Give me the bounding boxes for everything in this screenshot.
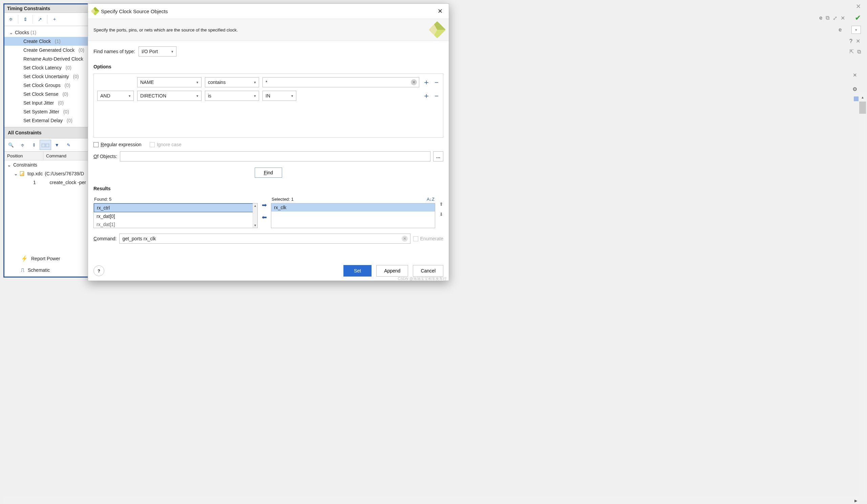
regex-checkbox[interactable]: Regular expression: [94, 142, 141, 147]
logic-select[interactable]: AND▾: [97, 91, 134, 101]
add-row-button[interactable]: ＋: [422, 91, 429, 101]
tree-item-rename-auto-derived[interactable]: Rename Auto-Derived Clock: [4, 55, 89, 63]
scroll-right-icon[interactable]: ▶: [853, 497, 859, 504]
ignore-case-checkbox: Ignore case: [150, 142, 182, 147]
gear-icon[interactable]: ⚙: [853, 86, 857, 92]
horizontal-scrollbar[interactable]: ▶: [4, 497, 859, 504]
browse-button[interactable]: …: [433, 151, 443, 162]
export-icon[interactable]: ⇱: [849, 48, 854, 55]
scroll-down-icon[interactable]: ▼: [253, 223, 257, 228]
scroll-thumb[interactable]: [859, 101, 866, 114]
selected-list[interactable]: rx_clk: [271, 203, 435, 228]
found-label: Found: 5: [94, 195, 258, 203]
col-position[interactable]: Position: [4, 152, 43, 160]
constraint-command: create_clock -per: [50, 180, 86, 185]
move-up-button[interactable]: ⬆: [439, 201, 443, 207]
group-button[interactable]: ⬚⬚: [40, 140, 51, 150]
field-select[interactable]: NAME▾: [137, 77, 202, 87]
close-button[interactable]: ✕: [435, 7, 445, 16]
tree-item-set-clock-groups[interactable]: Set Clock Groups (0): [4, 81, 89, 90]
scroll-up-icon[interactable]: ▲: [253, 204, 257, 208]
clear-icon[interactable]: ✕: [402, 235, 408, 242]
append-button[interactable]: Append: [376, 265, 408, 276]
tree-item-set-clock-uncertainty[interactable]: Set Clock Uncertainty (0): [4, 72, 89, 81]
remove-row-button[interactable]: －: [433, 91, 440, 101]
tree-item-create-generated-clock[interactable]: Create Generated Clock (0): [4, 46, 89, 55]
expand-button[interactable]: ⇕: [28, 140, 40, 150]
selected-label: Selected: 1: [271, 197, 293, 202]
link-label: Report Power: [31, 256, 60, 261]
operator-select[interactable]: contains▾: [205, 77, 259, 87]
search-button[interactable]: 🔍: [5, 140, 17, 150]
add-row-button[interactable]: ＋: [422, 77, 429, 87]
move-left-button[interactable]: ⬅: [262, 213, 267, 221]
sort-button[interactable]: A↓Z: [427, 197, 435, 202]
move-down-button[interactable]: ⬇: [439, 211, 443, 217]
filter-button[interactable]: ▼: [51, 140, 63, 150]
found-column: Found: 5 rx_ctrl rx_dat[0] rx_dat[1] ▲ ▼: [94, 195, 258, 228]
vertical-scrollbar[interactable]: ▲: [859, 94, 866, 498]
constraints-root[interactable]: ⌄ Constraints: [4, 161, 89, 169]
tree-label: Set System Jitter: [23, 109, 59, 114]
add-button[interactable]: ＋: [49, 14, 60, 24]
close-icon[interactable]: ✕: [856, 38, 860, 44]
xdc-file-row[interactable]: ⌄ top.xdc (C:/Users/76739/D: [4, 169, 89, 178]
left-toolbar: ≑ ⇕ ↗ ＋: [4, 13, 89, 26]
constraints-grid-header: Position Command: [4, 152, 89, 161]
command-input-wrap: get_ports rx_clk ✕: [119, 233, 410, 244]
select-value: is: [208, 93, 211, 99]
scroll-up-icon[interactable]: ▲: [859, 94, 866, 100]
of-objects-input[interactable]: [120, 151, 430, 162]
close-icon[interactable]: ✕: [841, 15, 845, 21]
list-item[interactable]: rx_dat[0]: [94, 212, 257, 220]
schematic-link[interactable]: ⎍ Schematic: [21, 264, 60, 276]
chevron-down-icon: ▾: [196, 94, 199, 98]
tree-item-create-clock[interactable]: Create Clock (1): [4, 37, 89, 46]
clear-icon[interactable]: ✕: [411, 79, 417, 85]
list-item[interactable]: rx_clk: [271, 204, 435, 211]
constraint-row[interactable]: 1 create_clock -per: [4, 178, 89, 187]
tree-item-set-system-jitter[interactable]: Set System Jitter (0): [4, 107, 89, 116]
dialog-banner: Specify the ports, pins, or nets which a…: [88, 19, 449, 41]
tree-item-set-clock-sense[interactable]: Set Clock Sense (0): [4, 90, 89, 99]
command-input[interactable]: get_ports rx_clk: [119, 233, 410, 244]
tree-item-set-clock-latency[interactable]: Set Clock Latency (0): [4, 63, 89, 72]
restore-icon[interactable]: ⧉: [826, 15, 829, 21]
tree-item-set-external-delay[interactable]: Set External Delay (0): [4, 116, 89, 125]
collapse-all-button[interactable]: ≑: [5, 14, 17, 24]
popout-icon[interactable]: ⧉: [857, 49, 861, 55]
remove-row-button[interactable]: －: [433, 77, 440, 87]
list-item[interactable]: rx_dat[1]: [94, 220, 257, 229]
set-button[interactable]: Set: [343, 265, 372, 276]
operator-select[interactable]: is▾: [205, 91, 259, 101]
col-command[interactable]: Command: [43, 152, 89, 160]
tree-item-set-input-jitter[interactable]: Set Input Jitter (0): [4, 99, 89, 107]
dropdown[interactable]: ▾: [852, 26, 861, 34]
of-objects-label: Of Objects:: [94, 154, 117, 159]
found-list[interactable]: rx_ctrl rx_dat[0] rx_dat[1] ▲ ▼: [94, 203, 258, 228]
find-button[interactable]: Find: [255, 167, 282, 178]
specify-clock-source-dialog: Specify Clock Source Objects ✕ Specify t…: [88, 3, 449, 281]
close-icon[interactable]: ✕: [856, 3, 861, 10]
wizard-button[interactable]: ↗: [34, 14, 46, 24]
command-label: Command:: [94, 236, 117, 241]
cancel-button[interactable]: Cancel: [413, 265, 443, 276]
value-input[interactable]: * ✕: [263, 77, 419, 87]
report-power-link[interactable]: ⚡ Report Power: [21, 252, 60, 264]
value-select[interactable]: IN▾: [263, 91, 296, 101]
bolt-icon: ⚡: [21, 254, 29, 262]
collapse-button[interactable]: ≑: [17, 140, 28, 150]
expand-all-button[interactable]: ⇕: [20, 14, 31, 24]
panel-title: Timing Constraints: [4, 4, 89, 13]
field-select[interactable]: DIRECTION▾: [137, 91, 202, 101]
scrollbar[interactable]: ▲ ▼: [253, 204, 257, 228]
list-item[interactable]: rx_ctrl: [94, 204, 257, 212]
edit-button[interactable]: ✎: [63, 140, 74, 150]
move-right-button[interactable]: ➡: [262, 201, 267, 209]
find-type-select[interactable]: I/O Port ▾: [139, 46, 176, 56]
close-icon[interactable]: ✕: [853, 72, 857, 78]
help-button[interactable]: ?: [94, 265, 104, 276]
maximize-icon[interactable]: ⤢: [833, 15, 837, 21]
tree-count: (0): [73, 74, 79, 79]
tree-node-clocks[interactable]: ⌄ Clocks (1): [4, 28, 89, 37]
